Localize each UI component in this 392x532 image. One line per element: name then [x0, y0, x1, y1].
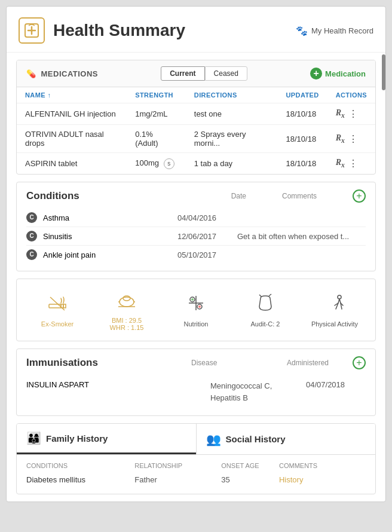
history-onset: 35 — [221, 475, 279, 484]
svg-line-16 — [259, 295, 262, 297]
more-actions-button[interactable]: ⋮ — [348, 133, 358, 145]
condition-badge: C — [26, 212, 37, 223]
med-actions: Rx ⋮ — [327, 103, 375, 125]
condition-row: C Ankle joint pain 05/10/2017 — [26, 246, 366, 264]
history-col-onset: Onset age — [221, 462, 279, 469]
medications-tab-group: Current Ceased — [161, 66, 247, 81]
more-actions-button[interactable]: ⋮ — [348, 108, 358, 120]
condition-name: Ankle joint pain — [43, 250, 172, 259]
lifestyle-nutrition[interactable]: Nutrition — [172, 292, 220, 328]
my-health-record-link[interactable]: 🐾 My Health Record — [296, 25, 373, 36]
add-medication-label: Medication — [325, 69, 366, 78]
history-col-conditions: Conditions — [26, 462, 134, 469]
ex-smoker-label: Ex-Smoker — [41, 320, 74, 328]
condition-date: 04/04/2016 — [177, 213, 231, 222]
history-conditions: Diabetes mellitus — [26, 475, 134, 484]
medication-row: ALFENTANIL GH injection 1mg/2mL test one… — [17, 103, 375, 125]
health-summary-icon — [19, 17, 45, 44]
page-header: Health Summary 🐾 My Health Record — [7, 7, 385, 53]
immunisations-section: Immunisations Disease Administered + INS… — [16, 348, 376, 416]
condition-row: C Asthma 04/04/2016 — [26, 209, 366, 227]
audit-c-label: Audit-C: 2 — [251, 320, 280, 328]
condition-comment: Get a bit often when exposed t... — [237, 232, 366, 241]
med-updated: 18/10/18 — [278, 103, 327, 125]
conditions-header: Conditions Date Comments + — [26, 189, 366, 203]
med-updated: 18/10/18 — [278, 153, 327, 175]
conditions-list: C Asthma 04/04/2016 C Sinusitis 12/06/20… — [26, 209, 366, 264]
medications-header: 💊 MEDICATIONS Current Ceased + Medicatio… — [17, 60, 375, 87]
physical-activity-icon — [324, 292, 345, 317]
med-updated: 18/10/18 — [278, 125, 327, 153]
medications-icon: 💊 — [26, 69, 36, 78]
header-left: Health Summary — [19, 17, 185, 44]
medication-row: OTRIVIN ADULT nasal drops 0.1% (Adult) 2… — [17, 125, 375, 153]
svg-line-17 — [269, 294, 271, 296]
med-actions: Rx ⋮ — [327, 125, 375, 153]
medications-label: MEDICATIONS — [41, 69, 99, 78]
condition-name: Asthma — [43, 213, 172, 222]
family-history-tab[interactable]: 👨‍👩‍👦 Family History — [17, 424, 196, 454]
conditions-col-comments: Comments — [282, 192, 317, 200]
rx-icon[interactable]: Rx — [336, 108, 345, 120]
condition-badge: C — [26, 249, 37, 260]
svg-point-5 — [120, 297, 134, 307]
history-relationship: Father — [134, 475, 221, 484]
lifestyle-physical-activity[interactable]: Physical Activity — [311, 292, 359, 328]
rx-icon[interactable]: Rx — [336, 158, 345, 169]
my-health-icon: 🐾 — [296, 25, 308, 36]
col-actions: ACTIONS — [327, 87, 375, 103]
col-directions: DIRECTIONS — [186, 87, 278, 103]
med-name: ALFENTANIL GH injection — [17, 103, 127, 125]
rx-icon[interactable]: Rx — [336, 133, 345, 145]
immun-name: INSULIN ASPART — [26, 380, 210, 389]
audit-c-icon — [255, 292, 276, 317]
physical-activity-label: Physical Activity — [311, 320, 358, 328]
condition-date: 05/10/2017 — [177, 250, 231, 259]
immun-disease: Meningococcal C,Hepatitis B — [210, 380, 306, 403]
med-name: ASPIRIN tablet — [17, 153, 127, 175]
page-container: Health Summary 🐾 My Health Record 💊 MEDI… — [6, 6, 386, 502]
more-actions-button[interactable]: ⋮ — [348, 158, 358, 169]
col-strength: STRENGTH — [127, 87, 186, 103]
condition-row: C Sinusitis 12/06/2017 Get a bit often w… — [26, 227, 366, 246]
med-name: OTRIVIN ADULT nasal drops — [17, 125, 127, 153]
lifestyle-ex-smoker[interactable]: Ex-Smoker — [33, 292, 81, 328]
add-medication-button[interactable]: + Medication — [310, 68, 366, 80]
history-tabs: 👨‍👩‍👦 Family History 👥 Social History — [17, 424, 375, 455]
conditions-col-date: Date — [231, 192, 246, 200]
add-condition-button[interactable]: + — [353, 189, 366, 203]
condition-name: Sinusitis — [43, 232, 172, 241]
immunisations-title: Immunisations — [26, 357, 98, 369]
social-history-tab-label: Social History — [226, 434, 286, 444]
current-tab[interactable]: Current — [161, 66, 204, 81]
immun-administered: 04/07/2018 — [306, 380, 366, 389]
svg-point-6 — [123, 296, 130, 301]
nutrition-icon — [185, 292, 207, 317]
family-history-content: Conditions Relationship Onset age Commen… — [17, 455, 375, 494]
bmi-value-label: BMI : 29.5 — [110, 317, 144, 324]
condition-date: 12/06/2017 — [177, 232, 231, 241]
whr-value-label: WHR : 1.15 — [110, 324, 144, 331]
social-history-tab[interactable]: 👥 Social History — [197, 424, 376, 454]
conditions-title: Conditions — [26, 190, 79, 202]
page-title: Health Summary — [53, 21, 185, 40]
med-directions: 2 Sprays every morni... — [186, 125, 278, 153]
med-directions: test one — [186, 103, 278, 125]
immunisations-list: INSULIN ASPART Meningococcal C,Hepatitis… — [26, 375, 366, 408]
history-col-relationship: Relationship — [134, 462, 221, 469]
lifestyle-audit-c[interactable]: Audit-C: 2 — [241, 292, 289, 328]
bmi-icon — [116, 289, 137, 313]
lifestyle-bmi[interactable]: BMI : 29.5 WHR : 1.15 — [103, 289, 151, 331]
immunisation-row: INSULIN ASPART Meningococcal C,Hepatitis… — [26, 375, 366, 408]
family-history-icon: 👨‍👩‍👦 — [26, 431, 41, 445]
col-updated: UPDATED — [278, 87, 327, 103]
family-history-tab-label: Family History — [46, 433, 108, 444]
history-comments: History — [279, 475, 366, 484]
history-column-headers: Conditions Relationship Onset age Commen… — [26, 462, 366, 469]
svg-rect-3 — [63, 304, 66, 308]
med-actions: Rx ⋮ — [327, 153, 375, 175]
history-col-comments: Comments — [279, 462, 366, 469]
add-immunisation-button[interactable]: + — [353, 356, 366, 369]
immun-col-disease: Disease — [191, 359, 281, 367]
ceased-tab[interactable]: Ceased — [205, 66, 247, 81]
